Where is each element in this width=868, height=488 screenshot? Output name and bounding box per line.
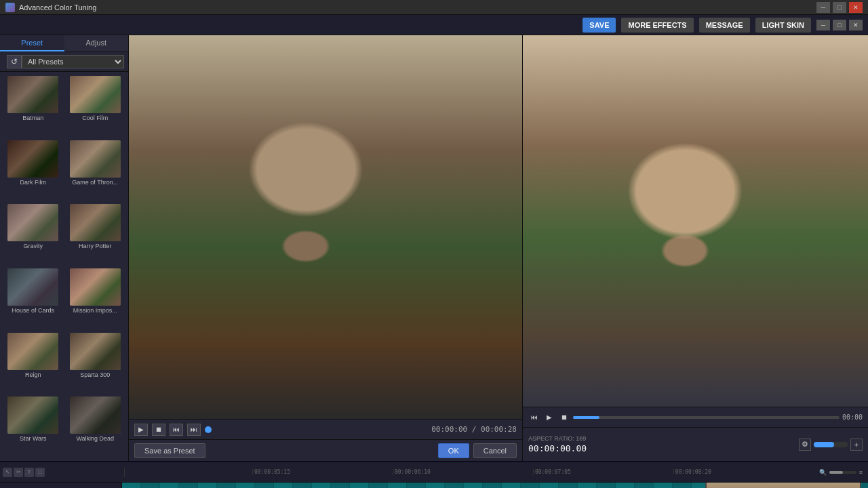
frame-27 [616,483,635,488]
frame-22 [521,483,540,488]
preset-thumb-inner-10 [7,396,58,434]
save-button[interactable]: SAVE [583,18,616,33]
ok-button[interactable]: OK [438,443,469,458]
preset-item-batman[interactable]: Batman [3,75,64,138]
preset-thumb-7 [70,268,121,306]
frame-11 [312,483,331,488]
frame-24 [559,483,578,488]
timecode-display: 00:00:00 / 00:00:28 [216,425,517,434]
frame-16 [407,483,426,488]
preset-item-walking-dead[interactable]: Walking Dead [65,395,126,458]
preset-label-6: House of Cards [12,307,54,314]
title-bar: Advanced Color Tuning ─ □ ✕ [0,0,868,15]
zoom-out-btn[interactable]: + [850,439,863,451]
scrubber-dot[interactable] [205,426,212,433]
step-back-button[interactable]: ⏮ [170,424,183,436]
preset-thumb-5 [70,204,121,241]
close-button[interactable]: ✕ [849,2,863,13]
right-play[interactable]: ▶ [543,412,555,423]
preset-item-star-wars[interactable]: Star Wars [3,395,64,458]
preset-thumb-inner-9 [70,333,121,370]
preset-item-cool-film[interactable]: Cool Film [65,75,126,138]
minimize-button[interactable]: ─ [816,2,830,13]
preset-label-11: Walking Dead [76,435,114,442]
panel-tabs: Preset Adjust [0,35,128,52]
right-step-back[interactable]: ⏮ [528,412,540,423]
preset-thumb-inner-8 [7,333,58,370]
preset-thumb-0 [7,76,58,113]
save-as-preset-button[interactable]: Save as Preset [134,443,205,458]
time-mark-2: 00:00:06:10 [393,469,533,475]
list-icon[interactable]: ≡ [859,469,863,476]
right-info: ASPECT RATIO: 169 00:00:00.00 ⚙ + [523,427,868,461]
track-controls: ▼ Project Resource: Video ▶ Project Reso… [0,483,122,488]
preset-item-sparta-300[interactable]: Sparta 300 [65,331,126,394]
play-button[interactable]: ▶ [134,424,148,436]
zoom-in-btn[interactable]: ⚙ [799,439,811,451]
frame-20 [483,483,502,488]
step-fwd-button[interactable]: ⏭ [187,424,201,436]
frame-12 [331,483,350,488]
more-effects-button[interactable]: MORE EFFECTS [621,18,693,33]
frame-17 [426,483,445,488]
preset-thumb-8 [7,333,58,370]
undo-button[interactable]: ↺ [7,55,22,68]
preset-label-5: Harry Potter [79,243,112,249]
side-icon-shape[interactable]: □ [35,468,45,477]
track-timeline[interactable]: Project Resource: Video ✕ [122,483,868,488]
all-presets-dropdown[interactable]: All Presets Color Grades Cinematic Custo… [22,55,124,68]
restore-button-2[interactable]: □ [833,20,846,30]
preset-item-gravity[interactable]: Gravity [3,203,64,266]
preset-label-4: Gravity [23,243,43,249]
preset-thumb-inner-2 [7,140,58,178]
cancel-button[interactable]: Cancel [473,443,517,458]
minimize-button-2[interactable]: ─ [816,20,830,30]
tab-preset[interactable]: Preset [0,35,64,52]
preset-item-house-of-cards[interactable]: House of Cards [3,267,64,330]
stop-button[interactable]: ⏹ [152,424,165,436]
frame-10 [293,483,312,488]
light-skin-button[interactable]: LIGHT SKIN [755,18,811,33]
progress-bar[interactable] [573,416,840,419]
side-icon-cursor[interactable]: ↖ [3,468,12,477]
preset-thumb-2 [7,140,58,178]
preset-thumb-inner-0 [7,76,58,113]
zoom-slider[interactable] [814,442,848,447]
frame-4 [179,483,198,488]
timeline-ruler: 00:00:05:15 00:00:06:10 00:00:07:05 00:0… [130,469,814,475]
aspect-ratio-label: ASPECT RATIO: 169 [528,435,587,442]
preset-label-3: Game of Thron... [72,179,118,186]
preset-item-harry-potter[interactable]: Harry Potter [65,203,126,266]
time-mark-1: 00:00:05:15 [252,469,393,475]
zoom-icon: 🔍 [819,469,827,476]
preset-thumb-4 [7,204,58,241]
right-stop[interactable]: ⏹ [558,412,570,423]
timeline-zoom-bar[interactable] [829,471,856,474]
preset-thumb-inner-11 [70,396,121,434]
webcam-overlay [705,483,861,488]
preset-item-reign[interactable]: Reign [3,331,64,394]
filmstrip-track-label: ▼ Project Resource: Video [0,483,121,488]
side-icon-razor[interactable]: ✂ [14,468,23,477]
message-button[interactable]: MESSAGE [699,18,750,33]
close-button-2[interactable]: ✕ [849,20,863,30]
frame-5 [198,483,217,488]
preset-thumb-1 [70,76,121,113]
frame-15 [388,483,407,488]
preview-container[interactable] [129,35,522,419]
app-icon [5,3,15,12]
preset-thumb-inner-7 [70,268,121,306]
frame-23 [540,483,559,488]
tab-adjust[interactable]: Adjust [64,35,129,52]
right-preview [523,35,868,407]
app-title: Advanced Color Tuning [19,3,96,12]
side-icon-text[interactable]: T [24,468,34,477]
maximize-button[interactable]: □ [833,2,846,13]
main-area: Preset Adjust ↺ All Presets Color Grades… [0,35,868,461]
preset-item-game-of-thron...[interactable]: Game of Thron... [65,139,126,202]
preset-thumb-3 [70,140,121,178]
preset-item-mission-impos...[interactable]: Mission Impos... [65,267,126,330]
preset-label-0: Batman [22,115,43,121]
right-playback: ⏮ ▶ ⏹ 00:00 [523,407,868,427]
preset-item-dark-film[interactable]: Dark Film [3,139,64,202]
